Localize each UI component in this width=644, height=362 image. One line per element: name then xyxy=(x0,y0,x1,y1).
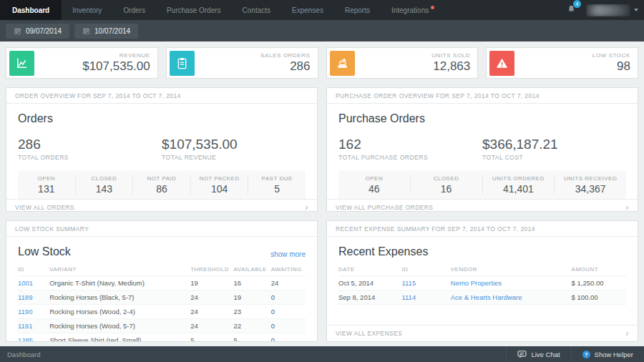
view-all-orders-link[interactable]: VIEW ALL ORDERS xyxy=(6,199,317,212)
variant-cell: Rocking Horses (Black, 5-7) xyxy=(49,290,190,305)
available-cell: 19 xyxy=(233,290,270,305)
stat-label: UNITS SOLD xyxy=(431,52,470,59)
stat-label: REVENUE xyxy=(82,52,150,59)
show-helper-button[interactable]: ? Show Helper xyxy=(571,346,644,362)
variant-cell: Rocking Horses (Wood, 5-7) xyxy=(49,319,190,333)
nav-tab-orders[interactable]: Orders xyxy=(112,0,156,20)
column-header: ID xyxy=(18,264,49,276)
strip-cell-open: OPEN46 xyxy=(338,175,410,195)
variant-cell: Rocking Horses (Wood, 2-4) xyxy=(49,305,190,319)
nav-tab-reports[interactable]: Reports xyxy=(334,0,381,20)
vendor-link[interactable]: Ace & Hearts Hardware xyxy=(451,290,572,305)
question-icon: ? xyxy=(582,351,590,358)
vendor-link[interactable]: Nemo Properties xyxy=(451,276,572,290)
chevron-right-icon xyxy=(625,205,629,210)
user-menu[interactable] xyxy=(586,4,630,16)
strip-cell-not-paid: NOT PAID86 xyxy=(132,175,190,195)
units-sold-card[interactable]: UNITS SOLD 12,863 xyxy=(326,47,479,79)
strip-cell-open: OPEN131 xyxy=(18,175,75,195)
table-row: Oct 5, 2014 1115 Nemo Properties $ 1,250… xyxy=(338,276,626,290)
item-id-link[interactable]: 1191 xyxy=(18,319,49,333)
notification-dot xyxy=(431,6,434,9)
cash-register-icon xyxy=(330,51,355,76)
amount-cell: $ 100.00 xyxy=(572,290,626,305)
table-row: 1190 Rocking Horses (Wood, 2-4) 24 23 0 xyxy=(18,305,306,319)
show-more-link[interactable]: show more xyxy=(270,250,306,258)
panel-title: Low Stock xyxy=(18,245,71,258)
nav-tab-purchase-orders[interactable]: Purchase Orders xyxy=(156,0,232,20)
total-orders-value: 286 xyxy=(18,137,162,152)
revenue-card[interactable]: REVENUE $107,535.00 xyxy=(6,47,158,79)
expenses-table: DATE ID VENDOR AMOUNT Oct 5, 2014 1115 N… xyxy=(338,264,626,305)
breadcrumb: Dashboard xyxy=(0,351,40,358)
nav-tab-inventory[interactable]: Inventory xyxy=(62,0,112,20)
live-chat-button[interactable]: Live Chat xyxy=(506,346,570,362)
table-row: 1189 Rocking Horses (Black, 5-7) 24 19 0 xyxy=(18,290,306,305)
total-cost-value: $366,187.21 xyxy=(482,137,626,152)
awaiting-cell: 0 xyxy=(271,319,306,333)
item-id-link[interactable]: 1190 xyxy=(18,305,49,319)
date-range-bar: 09/07/2014 10/07/2014 xyxy=(0,20,644,41)
nav-tab-contacts[interactable]: Contacts xyxy=(232,0,281,20)
table-row: 1001 Organic T-Shirt (Navy, Medium) 19 1… xyxy=(18,276,306,290)
panel-header: PURCHASE ORDER OVERVIEW FOR SEP 7, 2014 … xyxy=(327,88,638,104)
available-cell: 22 xyxy=(233,319,270,333)
column-header: ID xyxy=(401,264,450,276)
column-header: AWAITING xyxy=(271,264,306,276)
end-date-picker[interactable]: 10/07/2014 xyxy=(74,24,138,39)
user-name-blurred xyxy=(586,4,630,16)
panel-header: ORDER OVERVIEW FOR SEP 7, 2014 TO OCT 7,… xyxy=(6,88,317,104)
threshold-cell: 24 xyxy=(190,319,233,333)
stat-label: LOW STOCK xyxy=(592,52,630,59)
available-cell: 16 xyxy=(233,276,270,290)
end-date-value: 10/07/2014 xyxy=(94,27,130,35)
footer-bar: Dashboard Live Chat ? Show Helper xyxy=(0,346,644,362)
order-overview-panel: ORDER OVERVIEW FOR SEP 7, 2014 TO OCT 7,… xyxy=(6,87,318,212)
order-status-strip: OPEN131 CLOSED143 NOT PAID86 NOT PACKED1… xyxy=(18,170,306,199)
item-id-link[interactable]: 1001 xyxy=(18,276,49,290)
chevron-right-icon xyxy=(625,331,629,336)
total-pos-label: TOTAL PURCHASE ORDERS xyxy=(338,154,482,161)
dashboard-content: REVENUE $107,535.00 SALES ORDERS 286 UNI… xyxy=(0,41,644,346)
available-cell: 23 xyxy=(233,305,270,319)
purchase-order-overview-panel: PURCHASE ORDER OVERVIEW FOR SEP 7, 2014 … xyxy=(326,87,638,212)
line-chart-icon xyxy=(9,51,34,76)
column-header: VENDOR xyxy=(451,264,572,276)
view-all-purchase-orders-link[interactable]: VIEW ALL PURCHASE ORDERS xyxy=(327,199,638,212)
panel-header: RECENT EXPENSE SUMMARY FOR SEP 7, 2014 T… xyxy=(327,221,638,237)
start-date-value: 09/07/2014 xyxy=(26,27,62,35)
expense-id-link[interactable]: 1114 xyxy=(401,290,450,305)
nav-tab-dashboard[interactable]: Dashboard xyxy=(0,0,62,20)
total-revenue-label: TOTAL REVENUE xyxy=(162,154,306,161)
awaiting-cell: 0 xyxy=(271,305,306,319)
available-cell: 5 xyxy=(233,333,270,343)
strip-cell-past-due: PAST DUE5 xyxy=(248,175,306,195)
table-row: Sep 8, 2014 1114 Ace & Hearts Hardware $… xyxy=(338,290,626,305)
variant-cell: Short Sleeve Shirt (red, Small) xyxy=(49,333,190,343)
total-pos-value: 162 xyxy=(338,137,482,152)
expense-date-cell: Sep 8, 2014 xyxy=(338,290,401,305)
item-id-link[interactable]: 1189 xyxy=(18,290,49,305)
amount-cell: $ 1,250.00 xyxy=(572,276,626,290)
nav-tab-integrations[interactable]: Integrations xyxy=(381,0,445,20)
calendar-icon xyxy=(14,27,21,35)
nav-tab-expenses[interactable]: Expenses xyxy=(281,0,334,20)
notifications-button[interactable]: 4 xyxy=(567,4,576,16)
item-id-link[interactable]: 1285 xyxy=(18,333,49,343)
sales-orders-card[interactable]: SALES ORDERS 286 xyxy=(166,47,318,79)
expense-id-link[interactable]: 1115 xyxy=(401,276,450,290)
column-header: AMOUNT xyxy=(572,264,626,276)
panel-title: Recent Expenses xyxy=(338,245,626,258)
calendar-icon xyxy=(82,27,90,35)
threshold-cell: 24 xyxy=(190,290,233,305)
column-header: AVAILABLE xyxy=(233,264,270,276)
view-all-expenses-link[interactable]: VIEW ALL EXPENSES xyxy=(327,325,638,341)
clipboard-icon xyxy=(170,51,195,76)
low-stock-card[interactable]: LOW STOCK 98 xyxy=(486,47,638,79)
chevron-down-icon xyxy=(634,9,638,11)
start-date-picker[interactable]: 09/07/2014 xyxy=(6,24,69,39)
strip-cell-not-packed: NOT PACKED104 xyxy=(190,175,248,195)
chevron-right-icon xyxy=(305,205,308,210)
notification-badge: 4 xyxy=(573,0,581,8)
table-row: 1191 Rocking Horses (Wood, 5-7) 24 22 0 xyxy=(18,319,306,333)
